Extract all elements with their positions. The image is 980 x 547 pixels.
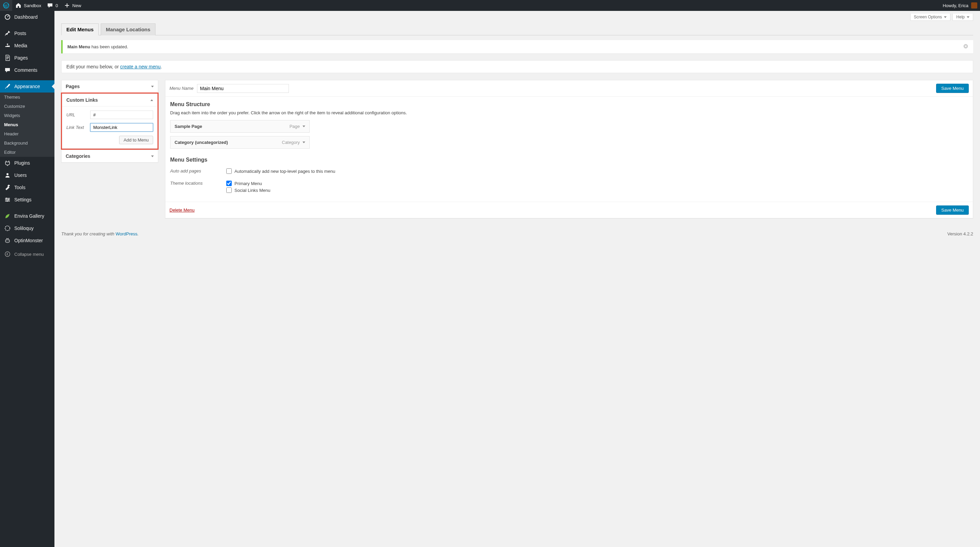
highlight-box: Custom Links URL Link Text A — [61, 92, 159, 149]
brush-icon — [4, 83, 11, 90]
sidebar-item-label: OptinMonster — [14, 238, 43, 243]
sidebar-sub-themes[interactable]: Themes — [0, 92, 54, 102]
menu-item-title: Sample Page — [175, 124, 202, 129]
auto-add-checkbox[interactable] — [226, 169, 232, 174]
auto-add-text: Automatically add new top-level pages to… — [234, 169, 335, 174]
avatar[interactable] — [971, 2, 977, 8]
custom-links-title: Custom Links — [66, 97, 98, 103]
sidebar-sub-background[interactable]: Background — [0, 138, 54, 148]
sidebar-item-users[interactable]: Users — [0, 169, 54, 181]
theme-locations-label: Theme locations — [170, 181, 226, 194]
svg-rect-3 — [5, 198, 10, 199]
comment-icon — [4, 67, 11, 73]
sidebar-item-soliloquy[interactable]: Soliloquy — [0, 222, 54, 234]
sidebar-item-appearance[interactable]: Appearance — [0, 80, 54, 92]
wp-logo[interactable] — [0, 0, 12, 11]
menu-name-input[interactable] — [197, 84, 289, 93]
location-primary-checkbox[interactable] — [226, 181, 232, 186]
add-to-menu-button[interactable]: Add to Menu — [119, 136, 153, 144]
save-menu-bottom-button[interactable]: Save Menu — [936, 205, 969, 215]
howdy-text[interactable]: Howdy, Erica — [943, 3, 969, 8]
footer-thanks-before: Thank you for creating with — [61, 231, 116, 237]
tab-edit-menus[interactable]: Edit Menus — [61, 24, 99, 35]
chevron-down-icon[interactable] — [302, 126, 305, 127]
menu-name-label: Menu Name — [169, 86, 194, 91]
menu-settings-title: Menu Settings — [170, 157, 968, 163]
sidebar-item-label: Posts — [14, 30, 26, 36]
help-button[interactable]: Help — [953, 14, 973, 21]
admin-bar: Sandbox 0 New Howdy, Erica — [0, 0, 980, 11]
sidebar-sub-editor[interactable]: Editor — [0, 148, 54, 157]
location-label: Social Links Menu — [234, 188, 270, 193]
sidebar-item-comments[interactable]: Comments — [0, 64, 54, 76]
link-text-input[interactable] — [90, 123, 153, 132]
comments-link[interactable]: 0 — [44, 0, 60, 11]
screen-options-label: Screen Options — [914, 14, 942, 19]
sidebar-item-posts[interactable]: Posts — [0, 27, 54, 40]
url-input[interactable] — [90, 111, 153, 119]
sidebar-item-label: Tools — [14, 185, 25, 190]
create-menu-link[interactable]: create a new menu — [120, 64, 161, 69]
menu-structure-title: Menu Structure — [170, 101, 968, 108]
sidebar-item-tools[interactable]: Tools — [0, 181, 54, 194]
sidebar-item-pages[interactable]: Pages — [0, 52, 54, 64]
help-label: Help — [956, 14, 965, 19]
sidebar-item-label: Settings — [14, 197, 32, 202]
sidebar-sub-customize[interactable]: Customize — [0, 102, 54, 111]
menu-structure-item[interactable]: Sample Page Page — [170, 120, 310, 133]
new-content-link[interactable]: New — [61, 0, 84, 11]
sidebar-item-label: Media — [14, 43, 27, 48]
postbox-pages-header[interactable]: Pages — [62, 80, 158, 92]
sidebar-item-label: Comments — [14, 67, 37, 73]
notice-dismiss[interactable] — [963, 43, 969, 50]
sidebar-item-media[interactable]: Media — [0, 40, 54, 52]
intro-after: . — [161, 64, 162, 69]
sidebar-item-plugins[interactable]: Plugins — [0, 157, 54, 169]
svg-rect-7 — [8, 199, 9, 200]
sidebar-sub-header[interactable]: Header — [0, 129, 54, 138]
settings-icon — [4, 196, 11, 203]
chevron-down-icon[interactable] — [302, 142, 305, 143]
sidebar-item-label: Plugins — [14, 160, 30, 166]
location-social-checkbox[interactable] — [226, 188, 232, 193]
sidebar-sub-widgets[interactable]: Widgets — [0, 111, 54, 120]
sidebar-sub-menus[interactable]: Menus — [0, 120, 54, 129]
footer-version: Version 4.2.2 — [947, 231, 973, 237]
comment-icon — [47, 2, 53, 9]
url-label: URL — [66, 112, 90, 118]
postbox-categories-header[interactable]: Categories — [62, 150, 158, 162]
svg-rect-4 — [5, 199, 10, 200]
admin-footer: Thank you for creating with WordPress. V… — [54, 225, 980, 243]
chevron-down-icon — [151, 86, 154, 87]
sidebar-item-dashboard[interactable]: Dashboard — [0, 11, 54, 23]
dashboard-icon — [4, 14, 11, 21]
svg-point-2 — [6, 173, 8, 175]
wrench-icon — [4, 184, 11, 191]
manage-menus-bar: Edit your menu below, or create a new me… — [61, 60, 973, 73]
screen-options-button[interactable]: Screen Options — [910, 14, 951, 21]
sidebar-item-envira[interactable]: Envira Gallery — [0, 210, 54, 222]
svg-point-11 — [8, 240, 8, 241]
postbox-pages: Pages — [61, 80, 158, 93]
menu-structure-item[interactable]: Category (uncategorized) Category — [170, 136, 310, 149]
site-name-link[interactable]: Sandbox — [12, 0, 44, 11]
sidebar-item-label: Soliloquy — [14, 226, 34, 231]
footer-thanks-after: . — [137, 231, 139, 237]
auto-add-label: Auto add pages — [170, 169, 226, 175]
delete-menu-link[interactable]: Delete Menu — [169, 208, 195, 213]
intro-before: Edit your menu below, or — [66, 64, 120, 69]
postbox-custom-links-header[interactable]: Custom Links — [62, 94, 157, 107]
menu-edit-panel: Menu Name Save Menu Menu Structure Drag … — [165, 80, 973, 218]
svg-point-9 — [5, 226, 10, 231]
footer-wordpress-link[interactable]: WordPress — [116, 231, 137, 237]
media-icon — [4, 42, 11, 49]
menu-item-type: Page — [290, 124, 300, 129]
sidebar-item-optinmonster[interactable]: OptinMonster — [0, 234, 54, 243]
tab-manage-locations[interactable]: Manage Locations — [101, 24, 156, 35]
save-menu-top-button[interactable]: Save Menu — [936, 84, 969, 93]
sidebar-item-settings[interactable]: Settings — [0, 194, 54, 206]
comments-count: 0 — [56, 3, 58, 8]
pages-icon — [4, 54, 11, 61]
menu-item-type: Category — [282, 140, 300, 145]
chevron-down-icon — [967, 16, 969, 18]
